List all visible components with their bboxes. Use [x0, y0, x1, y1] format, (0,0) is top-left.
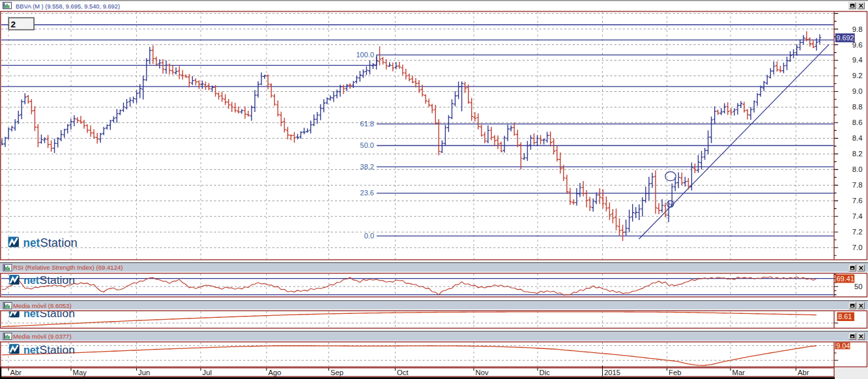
svg-text:8.4: 8.4: [852, 134, 863, 142]
svg-text:7.4: 7.4: [852, 212, 863, 220]
svg-text:RSI (Relative Strength Index): RSI (Relative Strength Index) (69.4124): [13, 264, 123, 271]
svg-text:9.8: 9.8: [852, 25, 863, 33]
svg-text:8.2: 8.2: [852, 150, 863, 158]
svg-text:Mar: Mar: [732, 369, 745, 376]
svg-text:BBVA (M ) (9.558, 9.695, 9.540: BBVA (M ) (9.558, 9.695, 9.540, 9.692): [16, 3, 120, 10]
svg-text:69.41: 69.41: [837, 275, 854, 283]
svg-text:50.0: 50.0: [360, 141, 374, 149]
svg-text:Abr: Abr: [798, 369, 809, 376]
svg-text:61.8: 61.8: [360, 120, 374, 128]
svg-text:Abr: Abr: [10, 369, 22, 376]
svg-text:100.0: 100.0: [356, 51, 374, 59]
svg-text:Oct: Oct: [397, 369, 409, 376]
svg-text:Nov: Nov: [476, 369, 489, 376]
svg-text:9.692: 9.692: [837, 34, 854, 42]
svg-text:9.04: 9.04: [836, 342, 850, 350]
svg-text:9.0: 9.0: [852, 87, 863, 95]
svg-text:7.0: 7.0: [852, 244, 863, 251]
svg-text:7.6: 7.6: [852, 197, 863, 204]
svg-text:23.6: 23.6: [360, 189, 374, 197]
svg-text:2: 2: [11, 20, 16, 29]
svg-text:8.0: 8.0: [852, 165, 863, 173]
svg-text:38.2: 38.2: [360, 163, 374, 171]
svg-text:9.2: 9.2: [852, 72, 863, 79]
svg-text:Media móvil (8.6053): Media móvil (8.6053): [13, 302, 72, 309]
svg-text:Dic: Dic: [540, 369, 551, 376]
svg-text:Media móvil (9.0377): Media móvil (9.0377): [13, 333, 72, 340]
svg-text:Feb: Feb: [669, 369, 681, 376]
svg-text:7.8: 7.8: [852, 181, 863, 189]
svg-text:Ago: Ago: [268, 369, 282, 376]
svg-text:8.61: 8.61: [838, 313, 852, 320]
svg-text:7.2: 7.2: [852, 228, 863, 236]
svg-text:Jun: Jun: [138, 369, 150, 376]
svg-text:0.0: 0.0: [364, 232, 374, 240]
svg-text:8.6: 8.6: [852, 119, 863, 126]
svg-text:8.8: 8.8: [852, 103, 863, 111]
svg-text:Sep: Sep: [330, 369, 343, 376]
svg-text:May: May: [73, 369, 87, 376]
svg-text:2015: 2015: [604, 369, 620, 376]
svg-text:Jul: Jul: [203, 369, 212, 376]
svg-text:50: 50: [854, 283, 863, 290]
svg-text:9.4: 9.4: [852, 56, 863, 64]
